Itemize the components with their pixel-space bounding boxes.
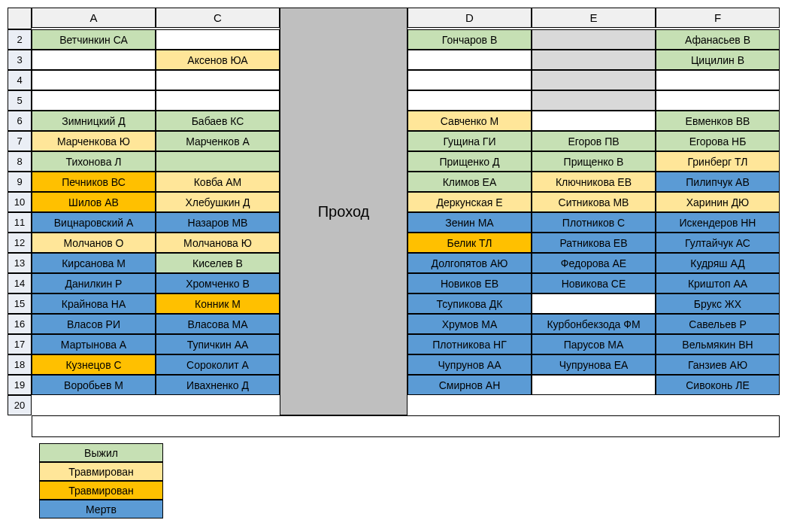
legend-item-1: Травмирован bbox=[39, 462, 163, 481]
corner-cell bbox=[8, 8, 32, 29]
col-header-E: E bbox=[532, 8, 656, 28]
cell-D-2: Гончаров В bbox=[408, 29, 532, 50]
cell-A-2: Ветчинкин СА bbox=[32, 29, 156, 50]
row-header-18: 18 bbox=[8, 354, 32, 375]
cell-F-18: Ганзиев АЮ bbox=[656, 354, 780, 375]
cell-E-18: Чупрунова ЕА bbox=[532, 354, 656, 375]
seating-grid: ACПроходDEF2Ветчинкин САГончаров ВАфанас… bbox=[8, 8, 804, 437]
cell-F-6: Евменков ВВ bbox=[656, 111, 780, 131]
row-header-4: 4 bbox=[8, 70, 32, 90]
cell-C-2 bbox=[156, 29, 280, 50]
cell-C-15: Конник М bbox=[156, 293, 280, 314]
cell-D-4 bbox=[408, 70, 532, 90]
cell-D-3 bbox=[408, 50, 532, 70]
cell-C-10: Хлебушкин Д bbox=[156, 192, 280, 212]
cell-C-5 bbox=[156, 90, 280, 111]
row-header-14: 14 bbox=[8, 273, 32, 293]
row-20-blank bbox=[32, 415, 780, 437]
cell-E-6 bbox=[532, 111, 656, 131]
cell-C-13: Киселев В bbox=[156, 253, 280, 273]
cell-D-6: Савченко М bbox=[408, 111, 532, 131]
cell-C-9: Ковба АМ bbox=[156, 172, 280, 192]
legend: ВыжилТравмированТравмированМертв bbox=[39, 443, 163, 518]
row-header-7: 7 bbox=[8, 131, 32, 151]
row-header-15: 15 bbox=[8, 293, 32, 314]
row-header-9: 9 bbox=[8, 172, 32, 192]
cell-E-13: Федорова АЕ bbox=[532, 253, 656, 273]
cell-D-5 bbox=[408, 90, 532, 111]
cell-A-9: Печников ВС bbox=[32, 172, 156, 192]
cell-C-19: Ивахненко Д bbox=[156, 375, 280, 395]
cell-E-3 bbox=[532, 50, 656, 70]
cell-F-15: Брукс ЖХ bbox=[656, 293, 780, 314]
passage-label: Проход bbox=[280, 8, 408, 415]
row-header-16: 16 bbox=[8, 314, 32, 334]
row-header-19: 19 bbox=[8, 375, 32, 395]
cell-A-5 bbox=[32, 90, 156, 111]
cell-F-7: Егорова НБ bbox=[656, 131, 780, 151]
cell-C-4 bbox=[156, 70, 280, 90]
cell-D-18: Чупрунов АА bbox=[408, 354, 532, 375]
cell-D-16: Хрумов МА bbox=[408, 314, 532, 334]
row-header-20: 20 bbox=[8, 395, 32, 415]
cell-A-14: Данилкин Р bbox=[32, 273, 156, 293]
legend-item-0: Выжил bbox=[39, 443, 163, 462]
cell-F-3: Цицилин В bbox=[656, 50, 780, 70]
cell-E-7: Егоров ПВ bbox=[532, 131, 656, 151]
cell-F-10: Харинин ДЮ bbox=[656, 192, 780, 212]
cell-F-19: Сивоконь ЛЕ bbox=[656, 375, 780, 395]
cell-C-8 bbox=[156, 151, 280, 172]
cell-E-5 bbox=[532, 90, 656, 111]
row-header-11: 11 bbox=[8, 212, 32, 233]
cell-E-2 bbox=[532, 29, 656, 50]
cell-E-9: Ключникова ЕВ bbox=[532, 172, 656, 192]
cell-A-11: Вицнаровский А bbox=[32, 212, 156, 233]
cell-F-13: Кудряш АД bbox=[656, 253, 780, 273]
cell-A-8: Тихонова Л bbox=[32, 151, 156, 172]
cell-F-14: Криштоп АА bbox=[656, 273, 780, 293]
cell-C-18: Сороколит А bbox=[156, 354, 280, 375]
cell-A-4 bbox=[32, 70, 156, 90]
cell-A-10: Шилов АВ bbox=[32, 192, 156, 212]
col-header-C: C bbox=[156, 8, 280, 28]
row-header-6: 6 bbox=[8, 111, 32, 131]
cell-C-17: Тупичкин АА bbox=[156, 334, 280, 354]
cell-C-11: Назаров МВ bbox=[156, 212, 280, 233]
cell-D-9: Климов ЕА bbox=[408, 172, 532, 192]
cell-A-6: Зимницкий Д bbox=[32, 111, 156, 131]
cell-E-19 bbox=[532, 375, 656, 395]
col-header-F: F bbox=[656, 8, 780, 28]
cell-A-16: Власов РИ bbox=[32, 314, 156, 334]
cell-D-11: Зенин МА bbox=[408, 212, 532, 233]
cell-C-7: Марченков А bbox=[156, 131, 280, 151]
cell-E-11: Плотников С bbox=[532, 212, 656, 233]
cell-A-17: Мартынова А bbox=[32, 334, 156, 354]
cell-F-11: Искендеров НН bbox=[656, 212, 780, 233]
cell-E-8: Прищенко В bbox=[532, 151, 656, 172]
cell-F-16: Савельев Р bbox=[656, 314, 780, 334]
cell-D-13: Долгопятов АЮ bbox=[408, 253, 532, 273]
cell-D-8: Прищенко Д bbox=[408, 151, 532, 172]
row-header-17: 17 bbox=[8, 334, 32, 354]
cell-E-4 bbox=[532, 70, 656, 90]
cell-D-14: Новиков ЕВ bbox=[408, 273, 532, 293]
cell-D-19: Смирнов АН bbox=[408, 375, 532, 395]
cell-C-3: Аксенов ЮА bbox=[156, 50, 280, 70]
cell-F-4 bbox=[656, 70, 780, 90]
col-header-A: A bbox=[32, 8, 156, 28]
cell-D-12: Белик ТЛ bbox=[408, 233, 532, 253]
cell-A-7: Марченкова Ю bbox=[32, 131, 156, 151]
row-header-5: 5 bbox=[8, 90, 32, 111]
cell-D-17: Плотникова НГ bbox=[408, 334, 532, 354]
cell-F-5 bbox=[656, 90, 780, 111]
cell-F-2: Афанасьев В bbox=[656, 29, 780, 50]
cell-E-14: Новикова СЕ bbox=[532, 273, 656, 293]
cell-E-10: Ситникова МВ bbox=[532, 192, 656, 212]
cell-A-12: Молчанов О bbox=[32, 233, 156, 253]
cell-F-12: Гултайчук АС bbox=[656, 233, 780, 253]
cell-A-13: Кирсанова М bbox=[32, 253, 156, 273]
row-header-10: 10 bbox=[8, 192, 32, 212]
cell-D-10: Деркунская Е bbox=[408, 192, 532, 212]
row-header-12: 12 bbox=[8, 233, 32, 253]
legend-item-3: Мертв bbox=[39, 500, 163, 518]
